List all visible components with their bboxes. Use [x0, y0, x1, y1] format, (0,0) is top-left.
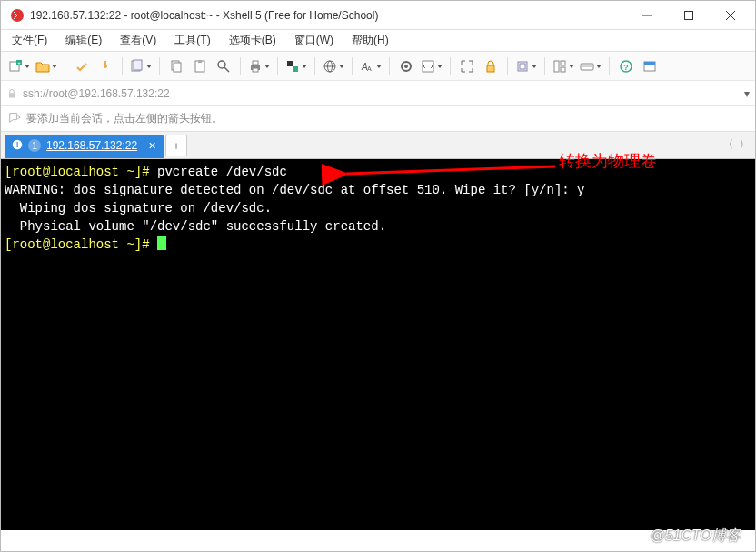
- color-scheme-button[interactable]: [284, 55, 309, 77]
- highlight-button[interactable]: [395, 55, 417, 77]
- maximize-button[interactable]: [668, 3, 710, 28]
- titlebar: 192.168.57.132:22 - root@localhost:~ - X…: [1, 1, 755, 30]
- tab-alert-icon: !: [12, 139, 23, 153]
- svg-rect-43: [9, 93, 15, 97]
- svg-text:?: ?: [623, 63, 629, 72]
- toolbar-separator: [609, 57, 610, 75]
- tab-scroll-arrows[interactable]: ⟨ ⟩: [729, 137, 746, 150]
- terminal-output-line: WARNING: dos signature detected on /dev/…: [5, 183, 585, 197]
- toolbar: + AA: [1, 52, 755, 81]
- paste-button[interactable]: [189, 55, 211, 77]
- toolbar-separator: [450, 57, 451, 75]
- menu-window[interactable]: 窗口(W): [291, 31, 337, 50]
- svg-rect-2: [685, 11, 693, 19]
- copy-button[interactable]: [165, 55, 187, 77]
- print-button[interactable]: [246, 55, 272, 77]
- reconnect-button[interactable]: [71, 55, 93, 77]
- terminal-cursor: [157, 236, 166, 250]
- svg-text:+: +: [17, 60, 21, 65]
- toolbar-separator: [544, 57, 545, 75]
- profile-button[interactable]: [128, 55, 154, 77]
- toolbar-separator: [159, 57, 160, 75]
- fullscreen-button[interactable]: [456, 55, 478, 77]
- toolbar-separator: [507, 57, 508, 75]
- new-session-button[interactable]: +: [6, 55, 32, 77]
- layout-button[interactable]: [551, 55, 576, 77]
- hint-text: 要添加当前会话，点击左侧的箭头按钮。: [26, 111, 223, 126]
- terminal[interactable]: [root@localhost ~]# pvcreate /dev/sdc WA…: [1, 159, 755, 530]
- terminal-prompt: [root@localhost ~]#: [5, 165, 150, 179]
- about-button[interactable]: [639, 55, 661, 77]
- tab-label: 192.168.57.132:22: [46, 139, 137, 152]
- terminal-prompt: [root@localhost ~]#: [5, 237, 150, 252]
- menu-help[interactable]: 帮助(H): [348, 31, 393, 50]
- tab-index: 1: [28, 139, 41, 152]
- menu-tabs[interactable]: 选项卡(B): [225, 31, 280, 50]
- tab-close-icon[interactable]: ✕: [148, 140, 156, 152]
- svg-rect-36: [561, 67, 565, 72]
- svg-rect-35: [561, 61, 565, 65]
- svg-rect-20: [253, 68, 258, 72]
- svg-point-16: [218, 61, 225, 68]
- transfer-button[interactable]: [513, 55, 539, 77]
- terminal-output-line: Wiping dos signature on /dev/sdc.: [5, 201, 272, 216]
- minimize-button[interactable]: [626, 3, 668, 28]
- watermark: @51CTO博客: [650, 527, 741, 546]
- address-bar[interactable]: ssh://root@192.168.57.132:22 ▾: [1, 81, 755, 106]
- svg-rect-34: [554, 61, 559, 72]
- menu-tools[interactable]: 工具(T): [171, 31, 214, 50]
- svg-rect-15: [198, 60, 202, 63]
- help-button[interactable]: ?: [615, 55, 637, 77]
- svg-rect-19: [253, 61, 258, 65]
- svg-rect-33: [520, 64, 525, 69]
- terminal-command: pvcreate /dev/sdc: [157, 165, 287, 179]
- svg-rect-13: [174, 63, 181, 72]
- window-title: 192.168.57.132:22 - root@localhost:~ - X…: [30, 9, 626, 22]
- menu-view[interactable]: 查看(V): [116, 31, 160, 50]
- hint-bar: 要添加当前会话，点击左侧的箭头按钮。: [1, 106, 755, 132]
- svg-point-29: [404, 65, 408, 68]
- toolbar-separator: [352, 57, 353, 75]
- svg-rect-11: [134, 60, 142, 70]
- window-controls: [626, 3, 751, 28]
- svg-line-17: [224, 67, 229, 72]
- toolbar-separator: [277, 57, 278, 75]
- svg-point-8: [104, 65, 107, 68]
- svg-rect-30: [423, 61, 433, 72]
- svg-rect-31: [487, 65, 494, 72]
- svg-text:A: A: [367, 65, 372, 72]
- address-text: ssh://root@192.168.57.132:22: [23, 87, 170, 100]
- menubar: 文件(F) 编辑(E) 查看(V) 工具(T) 选项卡(B) 窗口(W) 帮助(…: [1, 30, 755, 52]
- menu-file[interactable]: 文件(F): [8, 31, 51, 50]
- toolbar-separator: [65, 57, 65, 75]
- svg-text:!: !: [16, 141, 19, 149]
- send-key-button[interactable]: [578, 55, 603, 77]
- toolbar-separator: [122, 57, 123, 75]
- encoding-button[interactable]: [321, 55, 346, 77]
- lock-icon: [6, 88, 17, 99]
- xshell-icon: [10, 8, 25, 23]
- lock-scroll-button[interactable]: [480, 55, 502, 77]
- tab-strip: ! 1 192.168.57.132:22 ✕ ＋ ⟨ ⟩: [1, 132, 755, 159]
- hint-icon[interactable]: [8, 111, 21, 126]
- add-tab-button[interactable]: ＋: [165, 135, 187, 156]
- toolbar-separator: [240, 57, 241, 75]
- svg-rect-42: [644, 62, 655, 65]
- font-button[interactable]: AA: [358, 55, 383, 77]
- terminal-output-line: Physical volume "/dev/sdc" successfully …: [5, 219, 386, 234]
- find-button[interactable]: [213, 55, 234, 77]
- menu-edit[interactable]: 编辑(E): [62, 31, 105, 50]
- script-button[interactable]: [419, 55, 444, 77]
- disconnect-button[interactable]: [94, 55, 116, 77]
- svg-rect-21: [287, 61, 293, 66]
- toolbar-separator: [389, 57, 390, 75]
- open-session-button[interactable]: [34, 55, 59, 77]
- close-button[interactable]: [710, 3, 751, 28]
- svg-rect-22: [293, 66, 298, 72]
- session-tab[interactable]: ! 1 192.168.57.132:22 ✕: [5, 135, 164, 158]
- toolbar-separator: [314, 57, 315, 75]
- address-dropdown-icon[interactable]: ▾: [744, 87, 750, 100]
